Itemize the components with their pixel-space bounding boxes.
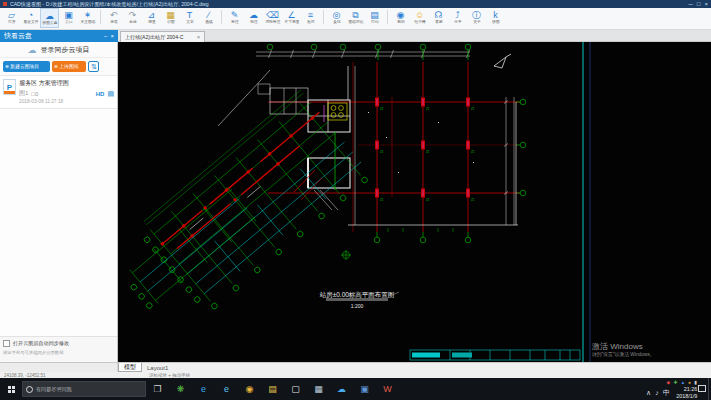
tray-mini-icon[interactable]: ▲ — [681, 379, 686, 384]
main-toolbar: ▱ 打开 ◔ 最近文件 ☁ 快图云盘 ▣ 云口 ✶ 天正图纸 — [0, 8, 711, 30]
taskbar-app[interactable]: ◉ — [238, 378, 261, 400]
toolbar-button[interactable]: ∠ 尺寸测量 — [282, 8, 301, 28]
taskbar-app-icon: W — [383, 384, 392, 394]
maximize-button[interactable]: □ — [697, 0, 701, 8]
column-markers: Z1Z1Z1 Z1Z1Z1 Z1Z1Z1 — [375, 98, 475, 203]
document-tab-label: 上行线(A2)出站厅 2004-C — [125, 33, 183, 41]
toolbar-button[interactable]: ✎ 标注 — [225, 8, 244, 28]
panel-collapse-button[interactable]: − — [104, 33, 108, 39]
toolbar-button[interactable]: ⧉ 图纸对比 — [346, 8, 365, 28]
toolbar-button[interactable]: T 文字 — [180, 8, 199, 28]
tray-chevron-icon[interactable]: ∧ — [646, 389, 651, 397]
floor-plan-svg[interactable]: Z1Z1Z1 Z1Z1Z1 Z1Z1Z1 — [118, 42, 711, 362]
taskbar-app-icon: ☁ — [337, 384, 346, 394]
tray-mini-icon[interactable]: ◆ — [667, 379, 671, 384]
taskbar-app[interactable]: ▣ — [353, 378, 376, 400]
taskbar-app-icon: e — [224, 384, 229, 394]
toolbar-button[interactable]: ≡ 校对 — [301, 8, 320, 28]
toolbar-button[interactable]: ⌫ 清除标注 — [263, 8, 282, 28]
close-button[interactable]: × — [704, 0, 708, 8]
toolbar-button[interactable]: ▦ 识图 — [161, 8, 180, 28]
cloud-file-item[interactable]: P 服务区 方案管理图 图1 □0 HD ▤ 2018-03-08 11:27:… — [0, 75, 117, 109]
action-center-icon[interactable] — [698, 385, 706, 392]
cortana-search-box[interactable]: 有问题尽管问我 — [22, 381, 146, 397]
toolbar-button-icon: ☁ — [249, 10, 258, 20]
toolbar-button[interactable]: ⓘ 关于 — [467, 8, 486, 28]
toolbar-button-icon: ◉ — [397, 10, 405, 20]
toolbar-button-icon: ∠ — [287, 10, 295, 20]
toolbar-button[interactable]: ◎ 查找 — [327, 8, 346, 28]
new-cloud-project-button[interactable]: ⊕ 新建云图项目 — [3, 61, 50, 72]
taskbar-app[interactable]: ▤ — [261, 378, 284, 400]
toolbar-button[interactable]: ◉ 我的 — [391, 8, 410, 28]
toolbar-button-label: 打印 — [371, 20, 378, 24]
toolbar-button[interactable]: ☁ 批注 — [244, 8, 263, 28]
toolbar-button-icon: ⊿ — [148, 10, 156, 20]
login-row[interactable]: ☁ 登录同步云项目 — [0, 42, 117, 58]
taskbar-app[interactable]: e — [192, 378, 215, 400]
tray-mini-icon[interactable]: ▮ — [694, 379, 697, 384]
start-button[interactable] — [0, 378, 22, 400]
minimize-button[interactable]: ─ — [689, 0, 693, 8]
toolbar-button[interactable]: ↶ 后退 — [104, 8, 123, 28]
tray-mini-icon[interactable]: ● — [688, 379, 691, 384]
taskbar-app[interactable]: e — [215, 378, 238, 400]
toolbar-button[interactable] — [387, 10, 388, 24]
folder-icon[interactable]: ▤ — [107, 90, 114, 98]
toolbar-button[interactable] — [100, 10, 101, 24]
toolbar-button[interactable]: ⊿ 测量 — [142, 8, 161, 28]
toolbar-button[interactable]: ✶ 天正图纸 — [78, 8, 97, 28]
file-mark-count: □0 — [31, 91, 38, 97]
toolbar-button-label: 标注 — [231, 20, 238, 24]
toolbar-button[interactable]: ☺ 吐个槽 — [410, 8, 429, 28]
panel-button-row: ⊕ 新建云图项目 ⊕ 上传图纸 ⇅ — [0, 58, 117, 75]
toolbar-button-icon: ☺ — [415, 10, 424, 20]
toolbar-button-icon: ≡ — [308, 10, 313, 20]
taskbar-app[interactable]: ❐ — [146, 378, 169, 400]
tab-model[interactable]: 模型 — [118, 363, 142, 372]
taskbar-app[interactable]: ▦ — [307, 378, 330, 400]
cloud-file-list-empty-area — [0, 109, 117, 336]
toolbar-button[interactable]: ☁ 快图云盘 — [40, 8, 59, 28]
window-title: CAD快速看图 - D:/改建工程/站房设计图纸/本线改造站房/上行线(A2)出… — [10, 0, 587, 8]
toolbar-button-label: 我的 — [397, 20, 404, 24]
file-thumbnail-icon: P — [3, 79, 16, 95]
toolbar-button[interactable]: k 快图 — [486, 8, 505, 28]
toolbar-button[interactable]: ⤴ 分享 — [448, 8, 467, 28]
language-indicator[interactable]: 中 — [663, 389, 670, 397]
toolbar-button[interactable]: ▤ 打印 — [365, 8, 384, 28]
svg-text:Z1: Z1 — [426, 107, 430, 111]
app-window: CAD快速看图 - D:/改建工程/站房设计图纸/本线改造站房/上行线(A2)出… — [0, 0, 711, 400]
taskbar-app[interactable]: W — [376, 378, 399, 400]
toolbar-button[interactable]: ▱ 打开 — [2, 8, 21, 28]
volume-icon[interactable]: ♪ — [655, 389, 659, 397]
toolbar-button-icon: ✶ — [84, 10, 92, 20]
tab-layout1[interactable]: Layout1 — [142, 363, 173, 372]
taskbar-app[interactable]: ▢ — [284, 378, 307, 400]
toolbar-button[interactable]: ▣ 云口 — [59, 8, 78, 28]
taskbar-clock[interactable]: 21:26 2018/1/9 — [676, 387, 697, 400]
north-arrow — [494, 54, 511, 68]
document-tab-close-icon[interactable]: × — [197, 34, 201, 40]
toolbar-button-label: 快图 — [492, 20, 499, 24]
tray-mini-icon[interactable]: ✚ — [674, 379, 678, 384]
upload-drawing-button[interactable]: ⊕ 上传图纸 — [52, 61, 87, 72]
taskbar-app[interactable]: ❋ — [169, 378, 192, 400]
toolbar-button-icon: ▤ — [370, 10, 379, 20]
taskbar-app[interactable]: ☁ — [330, 378, 353, 400]
sync-button[interactable]: ⇅ — [88, 61, 99, 72]
auto-sync-checkbox[interactable] — [3, 340, 10, 347]
toolbar-button[interactable] — [221, 10, 222, 24]
toolbar-button-icon: ↷ — [129, 10, 137, 20]
toolbar-button-label: 打开 — [8, 20, 15, 24]
toolbar-button[interactable]: ↷ 前进 — [123, 8, 142, 28]
toolbar-button[interactable]: ∕ 画线 — [199, 8, 218, 28]
taskbar-app-icon: ▣ — [360, 384, 369, 394]
toolbar-button[interactable]: ◔ 最近文件 — [21, 8, 40, 28]
drawing-area[interactable]: Z1Z1Z1 Z1Z1Z1 Z1Z1Z1 — [118, 42, 711, 362]
document-tab[interactable]: 上行线(A2)出站厅 2004-C × — [120, 31, 205, 42]
toolbar-button[interactable] — [323, 10, 324, 24]
toolbar-button[interactable]: ☊ 客服 — [429, 8, 448, 28]
taskbar-app-icon: ❐ — [153, 384, 161, 394]
panel-close-button[interactable]: × — [110, 33, 114, 39]
